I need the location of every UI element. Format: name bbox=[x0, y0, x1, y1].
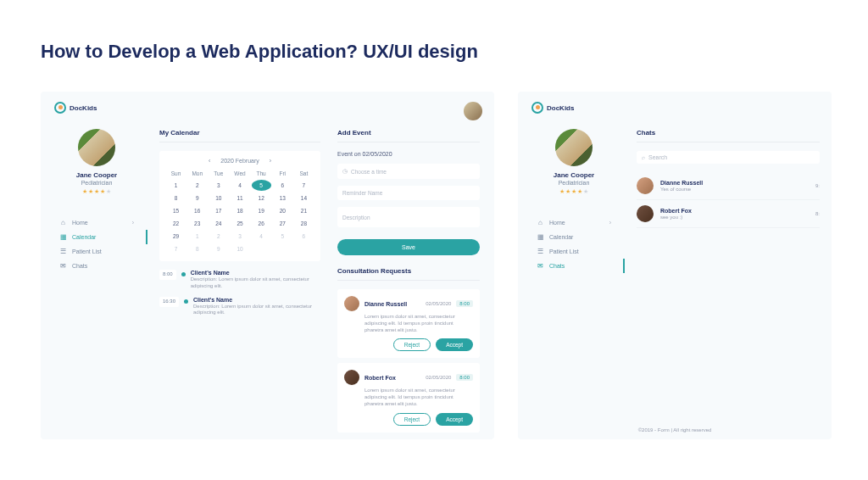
user-avatar[interactable] bbox=[555, 129, 593, 166]
accept-button[interactable]: Accept bbox=[436, 338, 473, 351]
cal-day[interactable]: 11 bbox=[230, 193, 249, 204]
cal-day[interactable]: 10 bbox=[209, 193, 228, 204]
reject-button[interactable]: Reject bbox=[393, 338, 431, 351]
cal-day[interactable]: 15 bbox=[166, 205, 186, 216]
chat-item[interactable]: Robert Foxsee you :)8: bbox=[637, 200, 820, 228]
nav-chats[interactable]: ✉Chats bbox=[54, 259, 139, 273]
cal-day-next[interactable]: 4 bbox=[252, 231, 271, 242]
appointment[interactable]: 16:30Client's NameDescription: Lorem ips… bbox=[159, 297, 320, 317]
avatar bbox=[344, 370, 359, 385]
calendar-screen: DocKids Jane Cooper Pediatrician ★★★★★ ⌂… bbox=[41, 92, 494, 439]
save-button[interactable]: Save bbox=[337, 239, 480, 255]
dot-icon bbox=[184, 299, 188, 304]
cal-day-next[interactable]: 5 bbox=[273, 231, 292, 242]
cal-day[interactable]: 3 bbox=[209, 180, 228, 191]
nav-patients[interactable]: ☰Patient List bbox=[54, 244, 139, 259]
request-card: Robert Fox02/05/20208:00Lorem ipsum dolo… bbox=[337, 363, 480, 432]
cal-day-next[interactable]: 7 bbox=[166, 243, 186, 254]
cal-day[interactable]: 17 bbox=[209, 205, 228, 216]
cal-day[interactable]: 22 bbox=[166, 218, 186, 229]
cal-day[interactable]: 20 bbox=[273, 205, 292, 216]
logo: DocKids bbox=[531, 102, 832, 114]
chevron-right-icon: › bbox=[132, 220, 134, 226]
cal-day[interactable]: 21 bbox=[294, 205, 314, 216]
time-input[interactable]: ◷Choose a time bbox=[337, 164, 480, 179]
cal-day[interactable]: 26 bbox=[252, 218, 271, 229]
cal-day[interactable]: 5 bbox=[252, 180, 271, 191]
cal-day[interactable]: 18 bbox=[230, 205, 249, 216]
cal-day[interactable]: 25 bbox=[230, 218, 249, 229]
nav-chats[interactable]: ✉Chats bbox=[531, 259, 616, 273]
chat-time: 8: bbox=[815, 211, 820, 216]
user-name: Jane Cooper bbox=[54, 171, 139, 179]
nav-calendar[interactable]: ▦Calendar bbox=[531, 230, 616, 244]
logo-icon bbox=[54, 102, 66, 114]
cal-day-next[interactable]: 2 bbox=[209, 231, 228, 242]
cal-day[interactable]: 4 bbox=[230, 180, 249, 191]
cal-day-next[interactable]: 8 bbox=[187, 243, 207, 254]
cal-day[interactable]: 7 bbox=[294, 180, 314, 191]
cal-day[interactable]: 2 bbox=[187, 180, 207, 191]
cal-day[interactable]: 29 bbox=[166, 231, 186, 242]
cal-day[interactable]: 12 bbox=[252, 193, 271, 204]
cal-day[interactable]: 8 bbox=[166, 193, 186, 204]
sidebar: Jane Cooper Pediatrician ★★★★★ ⌂Home› ▦C… bbox=[54, 129, 139, 273]
cal-day[interactable]: 19 bbox=[252, 205, 271, 216]
calendar-period: 2020 February bbox=[220, 158, 259, 164]
cal-day[interactable]: 1 bbox=[166, 180, 186, 191]
apt-time: 8:00 bbox=[159, 270, 176, 280]
prev-month[interactable]: ‹ bbox=[209, 158, 210, 164]
cal-day[interactable]: 23 bbox=[187, 218, 207, 229]
cal-day-next[interactable]: 1 bbox=[187, 231, 207, 242]
cal-day[interactable]: 13 bbox=[273, 193, 292, 204]
list-icon: ☰ bbox=[59, 248, 67, 255]
cal-day[interactable]: 6 bbox=[273, 180, 292, 191]
cal-day[interactable]: 24 bbox=[209, 218, 228, 229]
chat-icon: ✉ bbox=[59, 262, 67, 270]
cal-day-next[interactable]: 6 bbox=[294, 231, 314, 242]
chat-item[interactable]: Dianne RussellYes of course9: bbox=[637, 172, 820, 200]
brand-name: DocKids bbox=[70, 104, 97, 112]
req-name: Dianne Russell bbox=[364, 301, 420, 307]
cal-day[interactable]: 28 bbox=[294, 218, 314, 229]
calendar-icon: ▦ bbox=[537, 233, 544, 241]
search-input[interactable]: ⌕Search bbox=[637, 151, 820, 164]
user-name: Jane Cooper bbox=[531, 171, 616, 179]
apt-name: Client's Name bbox=[193, 297, 320, 303]
list-icon: ☰ bbox=[537, 248, 544, 255]
req-time: 8:00 bbox=[456, 300, 473, 307]
description-input[interactable]: Description bbox=[337, 207, 480, 227]
cal-dow: Thu bbox=[252, 169, 271, 178]
user-avatar[interactable] bbox=[78, 129, 115, 166]
apt-desc: Description: Lorem ipsum dolor sit amet,… bbox=[191, 276, 320, 290]
cal-day[interactable]: 16 bbox=[187, 205, 207, 216]
logo-icon bbox=[531, 102, 543, 114]
chat-name: Dianne Russell bbox=[660, 180, 809, 186]
cal-dow: Sun bbox=[166, 169, 186, 178]
nav-patients[interactable]: ☰Patient List bbox=[531, 244, 616, 259]
clock-icon: ◷ bbox=[342, 168, 348, 175]
nav-home[interactable]: ⌂Home› bbox=[54, 215, 139, 230]
appointment[interactable]: 8:00Client's NameDescription: Lorem ipsu… bbox=[159, 270, 320, 290]
req-name: Robert Fox bbox=[364, 375, 420, 381]
nav-calendar[interactable]: ▦Calendar bbox=[54, 230, 139, 244]
nav-home[interactable]: ⌂Home› bbox=[531, 215, 616, 230]
cal-day-next[interactable]: 3 bbox=[230, 231, 249, 242]
avatar-top[interactable] bbox=[464, 102, 482, 120]
user-role: Pediatrician bbox=[531, 180, 616, 186]
footer: ©2019 - Form | All right reserved bbox=[518, 427, 832, 433]
reject-button[interactable]: Reject bbox=[393, 413, 431, 426]
accept-button[interactable]: Accept bbox=[436, 413, 473, 426]
cal-day-next[interactable]: 9 bbox=[209, 243, 228, 254]
cal-dow: Mon bbox=[187, 169, 207, 178]
cal-day-next[interactable]: 10 bbox=[230, 243, 249, 254]
search-icon: ⌕ bbox=[642, 154, 645, 160]
cal-day[interactable]: 14 bbox=[294, 193, 314, 204]
apt-time: 16:30 bbox=[159, 297, 179, 307]
home-icon: ⌂ bbox=[537, 219, 544, 226]
name-input[interactable]: Reminder Name bbox=[337, 186, 480, 200]
cal-day[interactable]: 9 bbox=[187, 193, 207, 204]
next-month[interactable]: › bbox=[270, 158, 271, 164]
cal-day[interactable]: 27 bbox=[273, 218, 292, 229]
rating-stars: ★★★★★ bbox=[531, 188, 616, 195]
